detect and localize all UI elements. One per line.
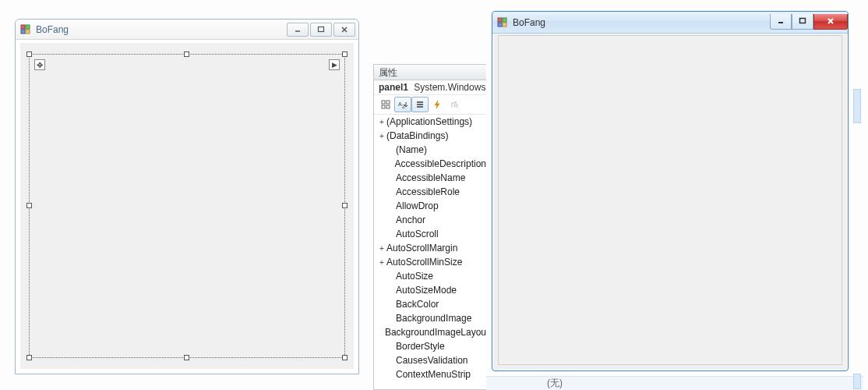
property-row[interactable]: AccessibleDescription <box>374 157 486 171</box>
resize-handle-s[interactable] <box>184 355 189 360</box>
properties-object-selector[interactable]: panel1 System.Windows.F <box>374 80 486 94</box>
svg-rect-20 <box>503 23 506 27</box>
designer-title: BoFang <box>36 24 287 35</box>
properties-object-name: panel1 <box>379 82 408 93</box>
resize-handle-sw[interactable] <box>26 355 32 360</box>
expand-icon[interactable]: + <box>377 118 386 126</box>
property-name: BorderStyle <box>396 341 445 352</box>
properties-footer-strip <box>486 376 863 390</box>
property-row[interactable]: (Name) <box>374 143 486 157</box>
designer-close-button[interactable] <box>333 23 355 37</box>
svg-rect-8 <box>382 105 385 108</box>
runtime-title: BoFang <box>513 17 770 28</box>
svg-rect-7 <box>386 101 390 104</box>
designer-titlebar[interactable]: BoFang <box>16 20 358 40</box>
svg-rect-18 <box>503 18 506 22</box>
properties-toolbar: AZ <box>374 94 486 115</box>
property-name: AutoScrollMargin <box>386 243 457 254</box>
runtime-close-button[interactable] <box>813 14 848 30</box>
property-row[interactable]: +(DataBindings) <box>374 129 486 143</box>
resize-handle-ne[interactable] <box>342 51 348 57</box>
property-row[interactable]: AutoScroll <box>374 227 486 241</box>
resize-handle-e[interactable] <box>342 203 348 208</box>
property-row[interactable]: AutoSizeMode <box>374 283 486 297</box>
properties-button[interactable] <box>411 97 429 112</box>
svg-point-15 <box>454 104 457 107</box>
property-pages-button <box>446 97 463 112</box>
svg-rect-17 <box>498 18 502 22</box>
property-row[interactable]: Anchor <box>374 213 486 227</box>
property-name: AutoScroll <box>396 229 439 239</box>
properties-value-none: (无) <box>547 377 563 390</box>
property-name: CausesValidation <box>396 355 468 366</box>
property-name: (ApplicationSettings) <box>386 116 472 127</box>
designer-max-button[interactable] <box>310 23 332 37</box>
svg-rect-1 <box>26 25 30 29</box>
expand-icon[interactable]: + <box>377 244 386 253</box>
app-icon <box>20 24 31 35</box>
property-row[interactable]: CausesValidation <box>374 353 486 367</box>
resize-handle-n[interactable] <box>184 51 189 57</box>
property-row[interactable]: ContextMenuStrip <box>374 367 486 381</box>
svg-rect-3 <box>26 30 30 34</box>
property-row[interactable]: AutoSize <box>374 269 486 283</box>
designer-min-button[interactable] <box>287 23 309 37</box>
smart-tag-icon[interactable]: ▶ <box>329 59 340 70</box>
property-row[interactable]: +(ApplicationSettings) <box>374 115 486 129</box>
runtime-client-area[interactable] <box>498 35 842 365</box>
designer-window: BoFang ✥ ▶ <box>15 19 359 374</box>
resize-handle-w[interactable] <box>26 203 32 208</box>
dock-edge <box>853 374 861 389</box>
property-name: AccessibleRole <box>396 186 460 197</box>
svg-rect-19 <box>498 23 502 27</box>
property-name: ContextMenuStrip <box>396 369 471 380</box>
property-row[interactable]: BorderStyle <box>374 339 486 353</box>
property-name: (DataBindings) <box>386 130 448 141</box>
resize-handle-nw[interactable] <box>26 51 32 57</box>
property-name: Anchor <box>396 214 425 225</box>
svg-rect-22 <box>800 19 806 23</box>
svg-line-16 <box>457 107 459 108</box>
resize-handle-se[interactable] <box>342 355 348 360</box>
svg-rect-5 <box>319 27 324 31</box>
property-name: AutoScrollMinSize <box>386 257 462 268</box>
property-name: BackgroundImage <box>396 313 471 324</box>
property-name: AllowDrop <box>396 200 439 211</box>
designer-client-area[interactable]: ✥ ▶ <box>20 43 354 369</box>
expand-icon[interactable]: + <box>377 258 386 267</box>
svg-rect-13 <box>417 104 423 105</box>
property-row[interactable]: BackgroundImageLayou <box>374 325 486 339</box>
property-row[interactable]: AllowDrop <box>374 199 486 213</box>
app-icon <box>497 17 508 28</box>
property-name: AccessibleDescription <box>395 158 486 169</box>
properties-object-type: System.Windows.F <box>414 82 486 93</box>
property-row[interactable]: BackColor <box>374 297 486 311</box>
runtime-window: BoFang <box>492 11 849 371</box>
property-name: AutoSizeMode <box>396 285 457 296</box>
runtime-min-button[interactable] <box>770 14 792 30</box>
runtime-max-button[interactable] <box>792 14 813 30</box>
svg-rect-9 <box>386 105 390 108</box>
alphabetical-button[interactable]: AZ <box>394 97 411 112</box>
svg-rect-14 <box>417 106 423 108</box>
events-button[interactable] <box>429 97 446 112</box>
move-icon[interactable]: ✥ <box>34 59 45 70</box>
property-row[interactable]: AccessibleRole <box>374 185 486 199</box>
svg-rect-6 <box>382 101 385 104</box>
property-row[interactable]: AccessibleName <box>374 171 486 185</box>
expand-icon[interactable]: + <box>377 132 386 140</box>
properties-header[interactable]: 属性 <box>374 65 486 80</box>
property-name: (Name) <box>396 144 427 155</box>
property-name: AccessibleName <box>396 172 465 183</box>
dock-edge <box>853 89 861 123</box>
categorized-button[interactable] <box>377 97 394 112</box>
property-row[interactable]: +AutoScrollMinSize <box>374 255 486 269</box>
selected-panel[interactable]: ✥ ▶ <box>29 54 345 358</box>
property-row[interactable]: BackgroundImage <box>374 311 486 325</box>
property-name: BackgroundImageLayou <box>385 327 486 338</box>
property-row[interactable]: +AutoScrollMargin <box>374 241 486 255</box>
runtime-titlebar[interactable]: BoFang <box>492 12 848 34</box>
property-name: BackColor <box>396 299 439 310</box>
properties-list[interactable]: +(ApplicationSettings)+(DataBindings)(Na… <box>374 115 486 381</box>
svg-rect-0 <box>21 25 25 29</box>
